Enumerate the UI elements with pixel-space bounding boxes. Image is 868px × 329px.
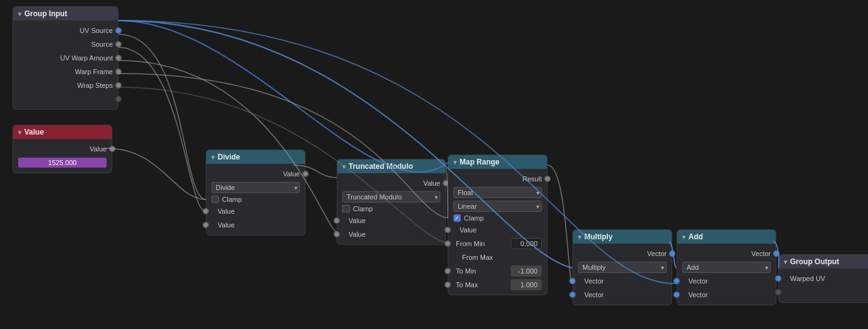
mr-row-from-min: From Min 0.000	[448, 237, 547, 250]
div-clamp-label: Clamp	[222, 196, 242, 203]
val-label-value: Value	[90, 145, 107, 153]
tm-clamp-row: Clamp	[337, 204, 445, 214]
mr-row-to-max: To Max 1.000	[448, 278, 547, 292]
mul-collapse-icon: ▾	[578, 234, 581, 241]
add-row-vec1: Vector	[677, 274, 776, 288]
gi-socket-wrap-steps	[115, 82, 122, 88]
mr-label-result: Result	[523, 175, 542, 183]
div-dropdown-wrap[interactable]: Divide	[211, 182, 300, 193]
node-group-input[interactable]: ▾ Group Input UV Source Source UV Warp A…	[12, 6, 118, 110]
div-row-val2: Value	[206, 218, 305, 232]
node-divide[interactable]: ▾ Divide Value Divide Clamp Value Value	[206, 150, 306, 236]
mul-dropdown-wrap[interactable]: Multiply	[578, 262, 667, 273]
gi-row-uv-source: UV Source	[13, 24, 118, 37]
node-divide-body: Value Divide Clamp Value Value	[206, 164, 305, 235]
div-label-val1: Value	[218, 207, 234, 215]
gi-socket-empty	[115, 96, 122, 102]
mr-socket-to-min	[445, 268, 451, 274]
mr-to-min-val: -1.000	[511, 265, 542, 277]
mul-label-vec1: Vector	[584, 277, 604, 285]
mul-label-vector-out: Vector	[647, 250, 667, 257]
node-multiply-title: Multiply	[584, 232, 612, 241]
add-dropdown-wrap[interactable]: Add	[682, 262, 771, 273]
div-mode-select[interactable]: Divide	[211, 182, 300, 193]
div-socket-val2	[203, 222, 209, 228]
mr-socket-from-min	[445, 241, 451, 247]
value-collapse-icon: ▾	[18, 129, 21, 136]
node-value[interactable]: ▾ Value Value	[12, 125, 112, 173]
div-row-mode: Divide	[206, 181, 305, 194]
node-divide-header: ▾ Divide	[206, 150, 305, 164]
mr-interp-select[interactable]: Linear	[453, 201, 542, 212]
node-group-input-title: Group Input	[24, 9, 67, 18]
node-multiply-body: Vector Multiply Vector Vector	[573, 244, 672, 305]
gi-row-source: Source	[13, 37, 118, 51]
mr-label-value: Value	[460, 226, 476, 234]
tm-mode-select[interactable]: Truncated Modulo	[342, 191, 440, 203]
node-add-title: Add	[688, 232, 703, 241]
go-row-empty	[779, 285, 868, 299]
node-multiply[interactable]: ▾ Multiply Vector Multiply Vector Vector	[572, 229, 672, 305]
add-row-vec2: Vector	[677, 288, 776, 302]
node-add-body: Vector Add Vector Vector	[677, 244, 776, 305]
div-row-output: Value	[206, 167, 305, 181]
gi-row-wrap-steps: Wrap Steps	[13, 79, 118, 92]
mr-row-result: Result	[448, 172, 547, 186]
val-socket-output	[109, 146, 115, 152]
mr-clamp-label: Clamp	[464, 214, 484, 222]
node-trunc-mod-title: Truncated Modulo	[349, 162, 413, 171]
mul-socket-vec1	[569, 278, 576, 284]
node-group-output-body: Warped UV	[779, 269, 868, 302]
node-trunc-mod-header: ▾ Truncated Modulo	[337, 160, 445, 173]
node-trunc-mod[interactable]: ▾ Truncated Modulo Value Truncated Modul…	[337, 159, 446, 245]
add-row-output: Vector	[677, 247, 776, 260]
node-add-header: ▾ Add	[677, 230, 776, 244]
mr-row-from-max: From Max	[448, 250, 547, 264]
gi-label-source: Source	[91, 41, 113, 48]
mul-row-vec2: Vector	[573, 288, 672, 302]
tm-label-val2: Value	[349, 231, 365, 238]
node-group-output[interactable]: ▾ Group Output Warped UV	[778, 254, 868, 303]
div-clamp-checkbox[interactable]	[211, 196, 219, 203]
mul-row-mode: Multiply	[573, 260, 672, 274]
gi-socket-source	[115, 41, 122, 47]
mr-to-max-val: 1.000	[511, 279, 542, 290]
add-label-vec1: Vector	[688, 277, 708, 285]
mul-socket-output	[669, 250, 675, 257]
mr-label-to-min: To Min	[456, 267, 511, 275]
mul-label-vec2: Vector	[584, 291, 604, 298]
mr-row-value: Value	[448, 223, 547, 237]
gi-label-warp-frame: Warp Frame	[75, 68, 113, 75]
mul-mode-select[interactable]: Multiply	[578, 262, 667, 273]
node-value-header: ▾ Value	[13, 125, 112, 139]
gi-row-empty	[13, 92, 118, 106]
gi-socket-uv-source	[115, 27, 122, 34]
val-input-field[interactable]	[18, 158, 107, 168]
mr-clamp-checkbox[interactable]	[453, 214, 461, 222]
tm-row-val1: Value	[337, 214, 445, 227]
tm-row-output: Value	[337, 176, 445, 190]
div-socket-output	[302, 171, 309, 177]
tm-label-value-out: Value	[423, 179, 440, 187]
tm-clamp-checkbox[interactable]	[342, 205, 350, 212]
mr-type-select[interactable]: Float	[453, 187, 542, 198]
div-label-value-out: Value	[283, 170, 300, 178]
mr-type-wrap[interactable]: Float	[453, 187, 542, 198]
collapse-icon: ▾	[18, 11, 21, 17]
gi-label-uv-warp: UV Warp Amount	[60, 54, 113, 62]
add-socket-vec2	[673, 292, 680, 298]
mr-row-type: Float	[448, 186, 547, 199]
mr-label-from-min: From Min	[456, 240, 511, 247]
gi-label-wrap-steps: Wrap Steps	[77, 82, 113, 89]
go-socket-empty	[775, 289, 781, 295]
mul-row-vec1: Vector	[573, 274, 672, 288]
tm-dropdown-wrap[interactable]: Truncated Modulo	[342, 191, 440, 203]
node-multiply-header: ▾ Multiply	[573, 230, 672, 244]
node-add[interactable]: ▾ Add Vector Add Vector Vector	[677, 229, 776, 305]
div-row-val1: Value	[206, 204, 305, 218]
tm-collapse-icon: ▾	[342, 163, 345, 170]
mr-interp-wrap[interactable]: Linear	[453, 201, 542, 212]
add-mode-select[interactable]: Add	[682, 262, 771, 273]
gi-label-uv-source: UV Source	[80, 27, 113, 34]
node-map-range[interactable]: ▾ Map Range Result Float Linear Clamp	[448, 155, 547, 295]
